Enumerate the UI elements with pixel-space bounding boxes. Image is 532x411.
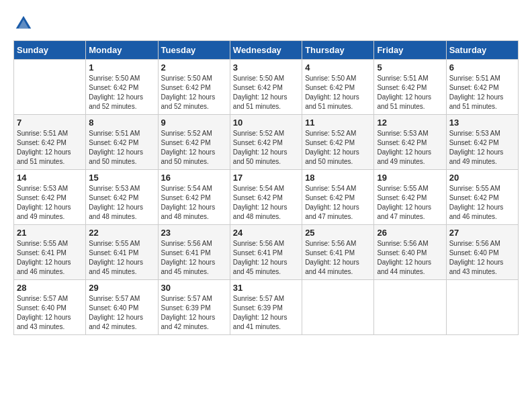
day-header-monday: Monday bbox=[86, 41, 158, 60]
day-info: Sunrise: 5:56 AM Sunset: 6:41 PM Dayligh… bbox=[233, 239, 299, 277]
day-number: 5 bbox=[377, 62, 443, 73]
calendar-cell: 29Sunrise: 5:57 AM Sunset: 6:40 PM Dayli… bbox=[86, 280, 158, 335]
day-info: Sunrise: 5:50 AM Sunset: 6:42 PM Dayligh… bbox=[305, 74, 371, 111]
day-header-friday: Friday bbox=[374, 41, 446, 60]
calendar-cell: 31Sunrise: 5:57 AM Sunset: 6:39 PM Dayli… bbox=[230, 280, 302, 335]
header bbox=[13, 13, 519, 34]
week-row-5: 28Sunrise: 5:57 AM Sunset: 6:40 PM Dayli… bbox=[14, 280, 519, 335]
day-number: 21 bbox=[17, 228, 83, 238]
day-number: 19 bbox=[377, 173, 443, 183]
calendar-cell: 9Sunrise: 5:52 AM Sunset: 6:42 PM Daylig… bbox=[158, 115, 230, 170]
day-info: Sunrise: 5:56 AM Sunset: 6:40 PM Dayligh… bbox=[449, 239, 515, 277]
day-info: Sunrise: 5:56 AM Sunset: 6:40 PM Dayligh… bbox=[377, 239, 443, 277]
day-number: 20 bbox=[449, 173, 515, 183]
day-number: 22 bbox=[89, 228, 154, 238]
calendar-cell: 23Sunrise: 5:56 AM Sunset: 6:41 PM Dayli… bbox=[158, 225, 230, 280]
day-number: 1 bbox=[89, 62, 154, 73]
day-number: 23 bbox=[161, 228, 227, 238]
calendar-cell: 16Sunrise: 5:54 AM Sunset: 6:42 PM Dayli… bbox=[158, 170, 230, 225]
day-header-saturday: Saturday bbox=[446, 41, 518, 60]
calendar-cell: 6Sunrise: 5:51 AM Sunset: 6:42 PM Daylig… bbox=[446, 60, 518, 115]
day-number: 16 bbox=[161, 173, 227, 183]
day-number: 9 bbox=[161, 118, 227, 128]
day-number: 6 bbox=[449, 62, 515, 73]
day-info: Sunrise: 5:57 AM Sunset: 6:39 PM Dayligh… bbox=[161, 294, 227, 332]
calendar-cell: 1Sunrise: 5:50 AM Sunset: 6:42 PM Daylig… bbox=[86, 60, 158, 115]
day-header-wednesday: Wednesday bbox=[230, 41, 302, 60]
calendar-cell: 14Sunrise: 5:53 AM Sunset: 6:42 PM Dayli… bbox=[14, 170, 86, 225]
day-number: 18 bbox=[305, 173, 371, 183]
day-number: 15 bbox=[89, 173, 154, 183]
day-info: Sunrise: 5:50 AM Sunset: 6:42 PM Dayligh… bbox=[161, 74, 227, 111]
calendar-cell: 19Sunrise: 5:55 AM Sunset: 6:42 PM Dayli… bbox=[374, 170, 446, 225]
day-info: Sunrise: 5:50 AM Sunset: 6:42 PM Dayligh… bbox=[89, 74, 154, 111]
day-number: 4 bbox=[305, 62, 371, 73]
day-info: Sunrise: 5:55 AM Sunset: 6:42 PM Dayligh… bbox=[449, 184, 515, 222]
day-number: 25 bbox=[305, 228, 371, 238]
calendar-cell: 4Sunrise: 5:50 AM Sunset: 6:42 PM Daylig… bbox=[302, 60, 374, 115]
day-info: Sunrise: 5:51 AM Sunset: 6:42 PM Dayligh… bbox=[17, 129, 83, 167]
calendar-cell: 28Sunrise: 5:57 AM Sunset: 6:40 PM Dayli… bbox=[14, 280, 86, 335]
day-number: 11 bbox=[305, 118, 371, 128]
calendar-cell: 18Sunrise: 5:54 AM Sunset: 6:42 PM Dayli… bbox=[302, 170, 374, 225]
week-row-4: 21Sunrise: 5:55 AM Sunset: 6:41 PM Dayli… bbox=[14, 225, 519, 280]
day-number: 8 bbox=[89, 118, 154, 128]
calendar-cell: 2Sunrise: 5:50 AM Sunset: 6:42 PM Daylig… bbox=[158, 60, 230, 115]
calendar-cell: 10Sunrise: 5:52 AM Sunset: 6:42 PM Dayli… bbox=[230, 115, 302, 170]
day-number: 30 bbox=[161, 283, 227, 293]
day-info: Sunrise: 5:53 AM Sunset: 6:42 PM Dayligh… bbox=[377, 129, 443, 167]
day-number: 3 bbox=[233, 62, 299, 73]
calendar-header-row: SundayMondayTuesdayWednesdayThursdayFrid… bbox=[14, 41, 519, 60]
calendar-cell: 24Sunrise: 5:56 AM Sunset: 6:41 PM Dayli… bbox=[230, 225, 302, 280]
day-info: Sunrise: 5:54 AM Sunset: 6:42 PM Dayligh… bbox=[233, 184, 299, 222]
day-info: Sunrise: 5:57 AM Sunset: 6:39 PM Dayligh… bbox=[233, 294, 299, 332]
day-info: Sunrise: 5:52 AM Sunset: 6:42 PM Dayligh… bbox=[305, 129, 371, 167]
calendar-cell: 26Sunrise: 5:56 AM Sunset: 6:40 PM Dayli… bbox=[374, 225, 446, 280]
day-info: Sunrise: 5:57 AM Sunset: 6:40 PM Dayligh… bbox=[17, 294, 83, 332]
calendar-cell: 27Sunrise: 5:56 AM Sunset: 6:40 PM Dayli… bbox=[446, 225, 518, 280]
calendar-cell: 5Sunrise: 5:51 AM Sunset: 6:42 PM Daylig… bbox=[374, 60, 446, 115]
day-number: 29 bbox=[89, 283, 154, 293]
day-number: 27 bbox=[449, 228, 515, 238]
calendar-cell: 8Sunrise: 5:51 AM Sunset: 6:42 PM Daylig… bbox=[86, 115, 158, 170]
day-info: Sunrise: 5:50 AM Sunset: 6:42 PM Dayligh… bbox=[233, 74, 299, 111]
calendar-cell: 15Sunrise: 5:53 AM Sunset: 6:42 PM Dayli… bbox=[86, 170, 158, 225]
day-info: Sunrise: 5:55 AM Sunset: 6:41 PM Dayligh… bbox=[17, 239, 83, 277]
day-number: 26 bbox=[377, 228, 443, 238]
week-row-1: 1Sunrise: 5:50 AM Sunset: 6:42 PM Daylig… bbox=[14, 60, 519, 115]
day-header-sunday: Sunday bbox=[14, 41, 86, 60]
day-info: Sunrise: 5:53 AM Sunset: 6:42 PM Dayligh… bbox=[17, 184, 83, 222]
day-info: Sunrise: 5:54 AM Sunset: 6:42 PM Dayligh… bbox=[161, 184, 227, 222]
day-number: 14 bbox=[17, 173, 83, 183]
day-info: Sunrise: 5:52 AM Sunset: 6:42 PM Dayligh… bbox=[233, 129, 299, 167]
day-number: 17 bbox=[233, 173, 299, 183]
day-number: 7 bbox=[17, 118, 83, 128]
day-header-tuesday: Tuesday bbox=[158, 41, 230, 60]
calendar-cell: 3Sunrise: 5:50 AM Sunset: 6:42 PM Daylig… bbox=[230, 60, 302, 115]
calendar-cell: 25Sunrise: 5:56 AM Sunset: 6:41 PM Dayli… bbox=[302, 225, 374, 280]
day-info: Sunrise: 5:54 AM Sunset: 6:42 PM Dayligh… bbox=[305, 184, 371, 222]
day-info: Sunrise: 5:53 AM Sunset: 6:42 PM Dayligh… bbox=[449, 129, 515, 167]
day-number: 12 bbox=[377, 118, 443, 128]
day-info: Sunrise: 5:51 AM Sunset: 6:42 PM Dayligh… bbox=[377, 74, 443, 111]
day-number: 31 bbox=[233, 283, 299, 293]
calendar-cell: 21Sunrise: 5:55 AM Sunset: 6:41 PM Dayli… bbox=[14, 225, 86, 280]
day-number: 24 bbox=[233, 228, 299, 238]
calendar-cell: 13Sunrise: 5:53 AM Sunset: 6:42 PM Dayli… bbox=[446, 115, 518, 170]
day-header-thursday: Thursday bbox=[302, 41, 374, 60]
day-info: Sunrise: 5:52 AM Sunset: 6:42 PM Dayligh… bbox=[161, 129, 227, 167]
day-number: 13 bbox=[449, 118, 515, 128]
calendar-cell: 20Sunrise: 5:55 AM Sunset: 6:42 PM Dayli… bbox=[446, 170, 518, 225]
calendar-cell bbox=[302, 280, 374, 335]
week-row-2: 7Sunrise: 5:51 AM Sunset: 6:42 PM Daylig… bbox=[14, 115, 519, 170]
calendar-cell: 7Sunrise: 5:51 AM Sunset: 6:42 PM Daylig… bbox=[14, 115, 86, 170]
logo-icon bbox=[13, 13, 34, 34]
calendar-cell bbox=[14, 60, 86, 115]
calendar-cell bbox=[446, 280, 518, 335]
day-info: Sunrise: 5:56 AM Sunset: 6:41 PM Dayligh… bbox=[305, 239, 371, 277]
week-row-3: 14Sunrise: 5:53 AM Sunset: 6:42 PM Dayli… bbox=[14, 170, 519, 225]
calendar: SundayMondayTuesdayWednesdayThursdayFrid… bbox=[13, 40, 519, 335]
day-info: Sunrise: 5:56 AM Sunset: 6:41 PM Dayligh… bbox=[161, 239, 227, 277]
calendar-cell: 30Sunrise: 5:57 AM Sunset: 6:39 PM Dayli… bbox=[158, 280, 230, 335]
day-info: Sunrise: 5:55 AM Sunset: 6:42 PM Dayligh… bbox=[377, 184, 443, 222]
